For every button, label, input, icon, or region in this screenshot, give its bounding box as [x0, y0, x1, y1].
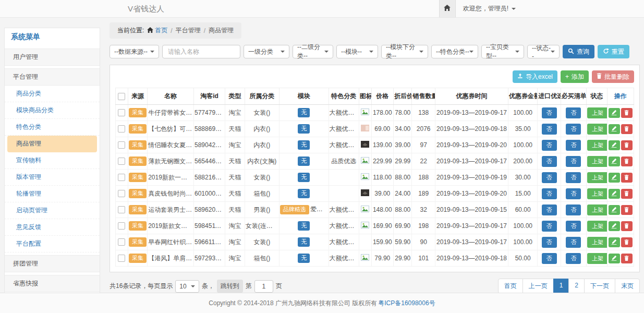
page-button-5[interactable]: 下一页	[584, 279, 615, 294]
edit-button[interactable]	[609, 156, 620, 166]
status-button[interactable]: 上架	[587, 221, 607, 232]
level1-category-select[interactable]: 一级分类	[244, 45, 289, 58]
sidebar-item-13[interactable]: 拼团管理	[5, 255, 100, 272]
home-button[interactable]	[439, 0, 456, 17]
status-button[interactable]: 上架	[587, 107, 607, 118]
sidebar-item-1[interactable]: 用户管理	[5, 49, 100, 66]
status-button[interactable]: 上架	[587, 188, 607, 199]
imported-toggle-button[interactable]: 否	[542, 188, 557, 199]
status-button[interactable]: 上架	[587, 140, 607, 151]
jump-button[interactable]: 跳转到	[217, 280, 243, 293]
must-buy-toggle-button[interactable]: 否	[566, 107, 581, 118]
must-buy-toggle-button[interactable]: 否	[566, 124, 581, 135]
sidebar-item-12[interactable]: 平台配置	[5, 236, 100, 252]
add-button[interactable]: + 添加	[561, 70, 589, 83]
reset-button[interactable]: 重置	[598, 45, 629, 58]
status-select[interactable]: --状态--	[527, 45, 560, 58]
delete-button[interactable]	[621, 173, 633, 183]
page-button-6[interactable]: 末页	[615, 279, 640, 294]
sidebar-item-2[interactable]: 平台管理	[5, 68, 100, 86]
status-button[interactable]: 上架	[587, 253, 607, 264]
imported-toggle-button[interactable]: 否	[542, 140, 557, 151]
imported-toggle-button[interactable]: 否	[542, 253, 557, 264]
sidebar-item-4[interactable]: 模块商品分类	[5, 102, 100, 119]
page-button-1[interactable]: 首页	[498, 279, 523, 294]
page-number-input[interactable]	[254, 280, 273, 293]
select-all-checkbox[interactable]	[118, 93, 125, 100]
item-type-select[interactable]: --宝贝类型--	[481, 45, 524, 58]
imported-toggle-button[interactable]: 否	[542, 107, 557, 118]
module-subcategory-select[interactable]: --模块下分类--	[381, 45, 428, 58]
sidebar-item-3[interactable]: 商品分类	[5, 86, 100, 102]
breadcrumb-home-link[interactable]: 首页	[147, 26, 167, 35]
imported-toggle-button[interactable]: 否	[542, 172, 557, 183]
sidebar-item-11[interactable]: 意见反馈	[5, 219, 100, 236]
imported-toggle-button[interactable]: 否	[542, 204, 557, 215]
must-buy-toggle-button[interactable]: 否	[566, 237, 581, 248]
row-checkbox[interactable]	[118, 174, 125, 181]
must-buy-toggle-button[interactable]: 否	[566, 221, 581, 232]
sidebar-item-9[interactable]: 轮播管理	[5, 186, 100, 202]
delete-button[interactable]	[621, 124, 633, 134]
delete-button[interactable]	[621, 237, 633, 247]
delete-button[interactable]	[621, 140, 633, 150]
status-button[interactable]: 上架	[587, 204, 607, 215]
imported-toggle-button[interactable]: 否	[542, 156, 557, 167]
row-checkbox[interactable]	[118, 141, 125, 149]
sidebar-item-14[interactable]: 省惠快报	[5, 275, 100, 292]
imported-toggle-button[interactable]: 否	[542, 237, 557, 248]
data-source-select[interactable]: --数据来源--	[110, 45, 159, 58]
row-checkbox[interactable]	[118, 222, 125, 230]
feature-category-select[interactable]: --特色分类--	[431, 45, 478, 58]
edit-button[interactable]	[609, 221, 620, 231]
sidebar-item-7[interactable]: 宣传物料	[5, 152, 100, 169]
row-checkbox[interactable]	[118, 158, 125, 165]
row-checkbox[interactable]	[118, 238, 125, 246]
sidebar-item-5[interactable]: 特色分类	[5, 119, 100, 136]
edit-button[interactable]	[609, 205, 620, 215]
delete-button[interactable]	[621, 189, 633, 199]
level2-category-select[interactable]: --二级分类--	[293, 45, 333, 58]
edit-button[interactable]	[609, 189, 620, 199]
delete-button[interactable]	[621, 156, 633, 166]
user-menu[interactable]: 欢迎您，管理员!	[456, 0, 523, 17]
delete-button[interactable]	[621, 221, 633, 231]
must-buy-toggle-button[interactable]: 否	[566, 204, 581, 215]
delete-button[interactable]	[621, 205, 633, 215]
delete-button[interactable]	[621, 108, 633, 118]
page-button-2[interactable]: 上一页	[523, 279, 554, 294]
row-checkbox[interactable]	[118, 109, 125, 116]
search-button[interactable]: 查询	[563, 45, 594, 58]
edit-button[interactable]	[609, 140, 620, 150]
page-button-4[interactable]: 2	[568, 279, 585, 294]
edit-button[interactable]	[609, 254, 620, 263]
edit-button[interactable]	[609, 237, 620, 247]
must-buy-toggle-button[interactable]: 否	[566, 172, 581, 183]
sidebar-item-10[interactable]: 启动页管理	[5, 202, 100, 219]
status-button[interactable]: 上架	[587, 124, 607, 135]
edit-button[interactable]	[609, 173, 620, 183]
must-buy-toggle-button[interactable]: 否	[566, 140, 581, 151]
edit-button[interactable]	[609, 124, 620, 134]
row-checkbox[interactable]	[118, 125, 125, 133]
must-buy-toggle-button[interactable]: 否	[566, 253, 581, 264]
must-buy-toggle-button[interactable]: 否	[566, 188, 581, 199]
imported-toggle-button[interactable]: 否	[542, 124, 557, 135]
page-button-3[interactable]: 1	[553, 279, 569, 294]
row-checkbox[interactable]	[118, 255, 125, 262]
per-page-select[interactable]: 10	[175, 280, 199, 293]
edit-button[interactable]	[609, 108, 620, 118]
row-checkbox[interactable]	[118, 190, 125, 197]
module-select[interactable]: --模块--	[336, 45, 378, 58]
imported-toggle-button[interactable]: 否	[542, 221, 557, 232]
import-excel-button[interactable]: 导入excel	[513, 70, 557, 83]
delete-button[interactable]	[621, 254, 633, 263]
batch-delete-button[interactable]: 批量删除	[592, 70, 634, 83]
must-buy-toggle-button[interactable]: 否	[566, 156, 581, 167]
row-checkbox[interactable]	[118, 206, 125, 213]
sidebar-item-6[interactable]: 商品管理	[7, 136, 97, 152]
sidebar-item-8[interactable]: 版本管理	[5, 169, 100, 186]
name-input[interactable]	[167, 47, 236, 56]
status-button[interactable]: 上架	[587, 156, 607, 167]
status-button[interactable]: 上架	[587, 172, 607, 183]
